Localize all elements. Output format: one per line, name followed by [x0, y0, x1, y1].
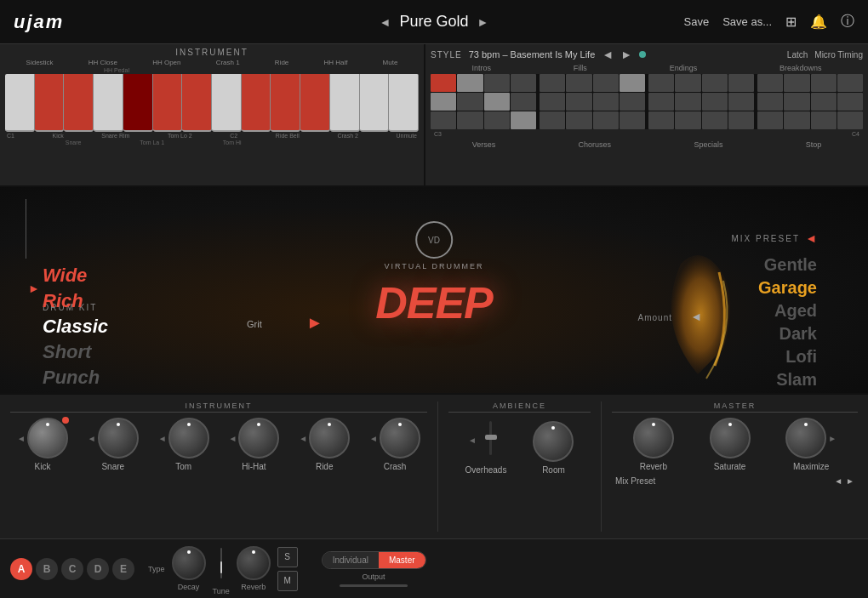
- type-button-c[interactable]: C: [61, 558, 83, 580]
- style-key[interactable]: [675, 74, 700, 92]
- tom-left-arrow[interactable]: ◄: [158, 434, 167, 443]
- piano-key-g1[interactable]: [123, 74, 153, 132]
- piano-key-e2[interactable]: [271, 74, 300, 132]
- piano-key-b1[interactable]: [182, 74, 212, 132]
- style-key[interactable]: [702, 74, 728, 92]
- save-button[interactable]: Save: [684, 15, 710, 28]
- piano-key-f2[interactable]: [300, 74, 330, 132]
- master-mix-next-arrow[interactable]: ►: [846, 476, 854, 486]
- crash-knob[interactable]: [380, 418, 420, 458]
- style-key[interactable]: [457, 93, 483, 111]
- style-key[interactable]: [511, 93, 536, 111]
- style-key[interactable]: [511, 111, 536, 129]
- style-key[interactable]: [648, 93, 674, 111]
- micro-timing-label[interactable]: Micro Timing: [814, 50, 863, 60]
- style-prev-button[interactable]: ◄: [602, 48, 614, 61]
- saturate-knob[interactable]: [710, 418, 751, 458]
- type-button-a[interactable]: A: [10, 558, 32, 580]
- latch-label[interactable]: Latch: [787, 50, 808, 60]
- piano-key-f1[interactable]: [94, 74, 123, 132]
- piano-key-e1[interactable]: [64, 74, 94, 132]
- style-key[interactable]: [431, 93, 456, 111]
- style-key[interactable]: [457, 111, 483, 129]
- style-key[interactable]: [620, 74, 645, 92]
- style-key-group-1[interactable]: [431, 74, 456, 129]
- style-key[interactable]: [566, 93, 591, 111]
- maximize-right-arrow[interactable]: ►: [828, 434, 837, 443]
- instrument-keyboard[interactable]: [5, 74, 419, 132]
- crash-left-arrow[interactable]: ◄: [369, 434, 378, 443]
- style-key[interactable]: [837, 93, 863, 111]
- style-key[interactable]: [593, 111, 619, 129]
- overheads-fader[interactable]: [478, 418, 504, 462]
- style-key[interactable]: [540, 93, 565, 111]
- type-button-d[interactable]: D: [87, 558, 109, 580]
- piano-key-c1[interactable]: [5, 74, 35, 132]
- style-key[interactable]: [511, 74, 536, 92]
- tune-slider[interactable]: [220, 542, 222, 584]
- style-next-button[interactable]: ►: [620, 48, 632, 61]
- reverb-knob[interactable]: [633, 418, 674, 458]
- mix-item-aged[interactable]: Aged: [758, 301, 817, 321]
- style-key[interactable]: [648, 74, 674, 92]
- style-key[interactable]: [728, 93, 754, 111]
- mix-item-gentle[interactable]: Gentle: [758, 255, 817, 275]
- drum-kit-item-wide[interactable]: Wide: [43, 265, 108, 287]
- piano-key-a2[interactable]: [360, 74, 390, 132]
- style-key[interactable]: [593, 74, 619, 92]
- hihat-knob[interactable]: [238, 418, 279, 458]
- type-button-e[interactable]: E: [112, 558, 134, 580]
- room-knob[interactable]: [533, 421, 574, 462]
- preset-prev-button[interactable]: ◄: [380, 15, 391, 29]
- style-key[interactable]: [566, 74, 591, 92]
- bell-icon[interactable]: 🔔: [810, 14, 827, 30]
- mix-item-lofi[interactable]: Lofi: [758, 347, 817, 367]
- snare-knob[interactable]: [98, 418, 139, 458]
- reverb-toolbar-knob[interactable]: [237, 546, 271, 580]
- piano-key-a1[interactable]: [153, 74, 183, 132]
- master-mix-prev-arrow[interactable]: ◄: [834, 476, 842, 486]
- style-key[interactable]: [757, 111, 783, 129]
- kick-knob[interactable]: [27, 418, 68, 458]
- style-key[interactable]: [620, 111, 645, 129]
- style-key[interactable]: [540, 74, 565, 92]
- amount-arrow[interactable]: ◄: [690, 310, 702, 323]
- expand-icon[interactable]: ⊞: [785, 14, 797, 30]
- drum-kit-item-short[interactable]: Short: [43, 341, 108, 363]
- mix-item-slam[interactable]: Slam: [758, 370, 817, 390]
- mute-button[interactable]: M: [277, 571, 298, 591]
- style-key[interactable]: [784, 93, 809, 111]
- save-as-button[interactable]: Save as...: [722, 15, 772, 28]
- style-key[interactable]: [728, 74, 754, 92]
- piano-key-c2[interactable]: [212, 74, 242, 132]
- decay-knob[interactable]: [172, 546, 206, 580]
- mix-item-dark[interactable]: Dark: [758, 324, 817, 344]
- style-key[interactable]: [811, 93, 837, 111]
- drum-kit-item-punch[interactable]: Punch: [43, 367, 108, 389]
- style-key[interactable]: [484, 111, 510, 129]
- style-key[interactable]: [757, 93, 783, 111]
- info-icon[interactable]: ⓘ: [841, 13, 854, 31]
- preset-next-button[interactable]: ►: [477, 15, 489, 29]
- piano-key-g2[interactable]: [330, 74, 360, 132]
- style-key[interactable]: [811, 111, 837, 129]
- hihat-left-arrow[interactable]: ◄: [228, 434, 237, 443]
- style-key[interactable]: [784, 74, 809, 92]
- drum-kit-arrow[interactable]: ►: [28, 282, 40, 295]
- style-key[interactable]: [648, 111, 674, 129]
- style-key[interactable]: [702, 93, 728, 111]
- style-key[interactable]: [837, 111, 863, 129]
- mix-preset-arrow[interactable]: ◄: [805, 231, 817, 245]
- snare-left-arrow[interactable]: ◄: [88, 434, 96, 443]
- grit-arrow[interactable]: ►: [306, 313, 323, 333]
- style-key[interactable]: [593, 93, 619, 111]
- output-level-slider[interactable]: [340, 584, 408, 587]
- style-key[interactable]: [675, 93, 700, 111]
- style-key[interactable]: [784, 111, 809, 129]
- style-key[interactable]: [702, 111, 728, 129]
- style-key[interactable]: [757, 74, 783, 92]
- style-key[interactable]: [540, 111, 565, 129]
- tune-slider-handle[interactable]: [220, 561, 222, 573]
- tom-knob[interactable]: [168, 418, 209, 458]
- output-master-button[interactable]: Master: [379, 552, 425, 568]
